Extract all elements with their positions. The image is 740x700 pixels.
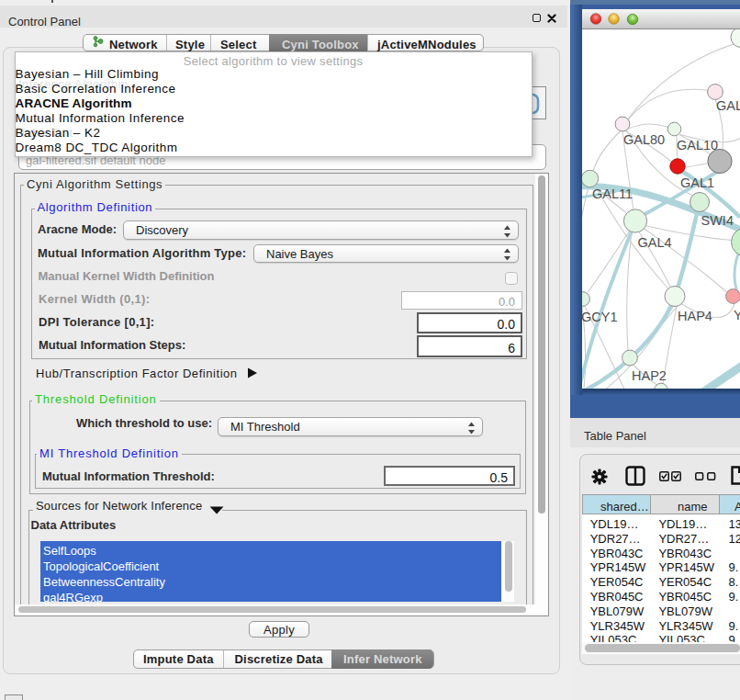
svg-text:GAL11: GAL11 (592, 186, 633, 200)
svg-text:YD: YD (734, 307, 740, 322)
svg-text:GAL4: GAL4 (638, 234, 672, 249)
svg-text:HAP4: HAP4 (678, 308, 712, 322)
svg-text:SWI4: SWI4 (701, 212, 734, 227)
svg-text:HAP2: HAP2 (632, 368, 667, 383)
svg-text:GAL10: GAL10 (677, 138, 718, 152)
svg-text:GCY1: GCY1 (582, 309, 618, 323)
svg-text:GAL80: GAL80 (623, 131, 665, 146)
svg-text:GAL1: GAL1 (680, 175, 714, 189)
svg-text:GAL7: GAL7 (716, 98, 740, 113)
